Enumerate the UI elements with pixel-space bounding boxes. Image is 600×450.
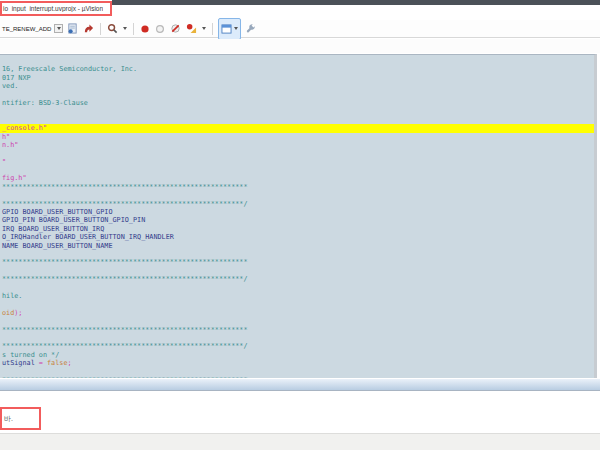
chevron-down-icon [57,27,61,30]
code-line: oid); [0,309,594,317]
code-line: s turned on */ [0,351,594,359]
bottom-annotation-box: 바. [0,407,41,430]
enable-breakpoint-button[interactable] [154,19,166,39]
code-line: NAME BOARD_USER_BUTTON_NAME [0,242,594,250]
bottom-annotation-text: 바. [2,414,13,424]
breakpoint-icon [140,20,150,38]
code-line: ****************************************… [0,275,594,283]
code-line [0,191,594,199]
kill-breakpoints-button[interactable] [169,19,182,39]
code-line: ntifier: BSD-3-Clause [0,99,594,107]
code-line: O_IRQHandler BOARD_USER_BUTTON_IRQ_HANDL… [0,233,594,241]
code-line [0,284,594,292]
code-editor[interactable]: 16, Freescale Semiconductor, Inc.017 NXP… [0,54,597,378]
code-line: ****************************************… [0,342,594,350]
code-line: fig.h" [0,174,594,182]
code-line: utSignal = false; [0,359,594,367]
code-line [0,250,594,258]
crossed-circle-icon [170,20,181,38]
code-line: ****************************************… [0,326,594,334]
toolbar-editor-gap [0,39,600,53]
breakpoint-list-icon [186,20,197,38]
code-line: h" [0,133,594,141]
code-line [0,317,594,325]
chevron-down-icon [234,27,238,30]
code-line: 16, Freescale Semiconductor, Inc. [0,65,594,73]
toolbar-separator [100,23,101,35]
breakpoint-list-button[interactable] [185,19,198,39]
status-bar [0,433,600,450]
code-line: ved. [0,82,594,90]
code-line: IRQ BOARD_USER_BUTTON_IRQ [0,225,594,233]
code-line: n.h" [0,141,594,149]
code-line: ****************************************… [0,200,594,208]
code-line: ****************************************… [0,183,594,191]
code-area: 16, Freescale Semiconductor, Inc.017 NXP… [0,55,594,378]
code-line [0,267,594,275]
run-to-cursor-button[interactable] [82,19,95,39]
zoom-button[interactable] [106,19,119,39]
code-line [0,367,594,375]
window-title: io_input_interrupt.uvprojx - µVision [2,5,103,12]
code-line [0,166,594,174]
chevron-down-icon [123,27,127,30]
debug-windows-icon [221,20,232,38]
code-line [0,57,594,65]
lower-panel [0,392,600,433]
code-line: GPIO BOARD_USER_BUTTON_GPIO [0,208,594,216]
window-top-edge [112,0,600,5]
code-line [0,91,594,99]
title-annotation-box: io_input_interrupt.uvprojx - µVision [0,1,112,16]
code-line: 017 NXP [0,74,594,82]
magnifier-icon [107,20,118,38]
toolbar-separator [212,23,213,35]
toolbar: TE_RENEW_ADD [0,20,600,38]
code-line: GPIO_PIN BOARD_USER_BUTTON_GPIO_PIN [0,216,594,224]
code-line: ****************************************… [0,258,594,266]
run-to-cursor-icon [83,20,94,38]
code-line [0,116,594,124]
code-line [0,300,594,308]
wrench-icon [245,20,256,38]
configure-button[interactable] [244,19,257,39]
target-select-dropdown[interactable] [54,24,63,33]
code-line: hile. [0,292,594,300]
zoom-dropdown[interactable] [122,26,128,31]
load-application-icon [67,20,78,38]
insert-breakpoint-button[interactable] [139,19,151,39]
code-line [0,107,594,115]
load-application-button[interactable] [66,19,79,39]
code-line [0,149,594,157]
code-line [0,334,594,342]
target-select[interactable]: TE_RENEW_ADD [2,26,51,32]
code-line: " [0,158,594,166]
highlighted-code-line: _console.h" [0,124,594,132]
breakpoint-outline-icon [155,20,165,38]
toolbar-separator [133,23,134,35]
horizontal-scrollbar[interactable] [0,378,600,391]
debug-windows-button[interactable] [218,18,241,40]
chevron-down-icon [202,27,206,30]
breakpoint-list-dropdown[interactable] [201,26,207,31]
uvision-window: io_input_interrupt.uvprojx - µVision TE_… [0,0,600,450]
